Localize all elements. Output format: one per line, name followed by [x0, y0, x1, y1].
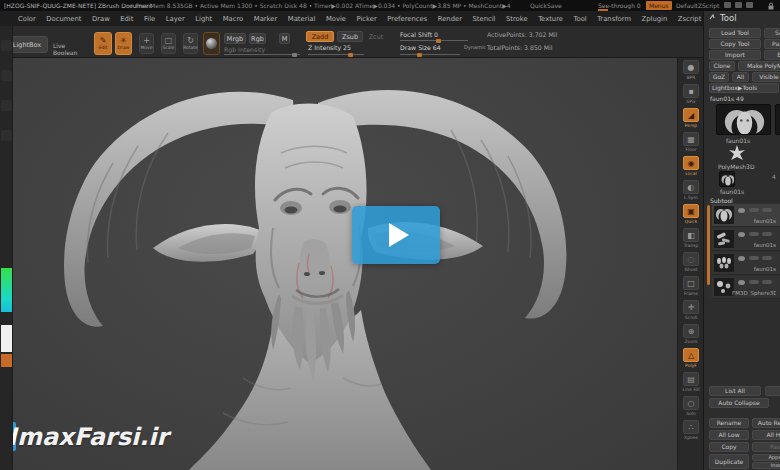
- visibility-eye-icon[interactable]: [738, 232, 745, 237]
- copy-button[interactable]: Copy: [709, 442, 749, 452]
- menu-zplugin[interactable]: Zplugin: [642, 15, 668, 23]
- subtool-toggle-pill[interactable]: [749, 208, 759, 212]
- polyframe-button[interactable]: △PolyF: [680, 348, 702, 370]
- video-play-button[interactable]: [352, 206, 440, 264]
- lightbox-tools-button[interactable]: Lightbox▶Tools: [709, 83, 779, 93]
- edit-mode-button[interactable]: ✎ Edit: [94, 32, 112, 55]
- copy-tool-button[interactable]: Copy Tool: [709, 39, 761, 49]
- menu-layer[interactable]: Layer: [166, 15, 185, 23]
- focal-shift-knob[interactable]: [436, 39, 441, 43]
- subtool-toggle-pill[interactable]: [762, 256, 772, 260]
- subtool-scrollbar[interactable]: [707, 205, 710, 285]
- tool-palette-header[interactable]: Tool: [709, 13, 737, 23]
- zadd-button[interactable]: Zadd: [306, 31, 334, 42]
- draw-size-slider[interactable]: Draw Size 64: [400, 44, 441, 51]
- menu-stroke[interactable]: Stroke: [506, 15, 528, 23]
- save-as-button[interactable]: Save As: [764, 28, 780, 38]
- menu-tool[interactable]: Tool: [574, 15, 587, 23]
- material-orb-button[interactable]: [203, 32, 220, 55]
- z-intensity-slider[interactable]: Z Intensity 25: [308, 44, 351, 51]
- adjacent-tool-thumbnail[interactable]: [775, 104, 780, 135]
- move-mode-button[interactable]: + Move: [139, 33, 154, 54]
- subtool-toggle-pill[interactable]: [749, 280, 759, 284]
- frame-button[interactable]: □Frame: [680, 276, 702, 298]
- document-canvas[interactable]: d maxFarsi.ir: [13, 58, 677, 470]
- scroll-button[interactable]: ✛Scroll: [680, 300, 702, 322]
- append-button[interactable]: Append: [752, 454, 780, 461]
- draw-size-track[interactable]: [400, 54, 460, 55]
- menu-edit[interactable]: Edit: [120, 15, 133, 23]
- m-button[interactable]: M: [279, 33, 290, 44]
- scale-mode-button[interactable]: □ Scale: [161, 33, 176, 54]
- subtool-toggle-pill[interactable]: [749, 232, 759, 236]
- quick-button[interactable]: ▣Quick: [680, 204, 702, 226]
- menu-movie[interactable]: Movie: [326, 15, 346, 23]
- panel-icon[interactable]: [746, 2, 753, 8]
- spix-button[interactable]: ▪SPix: [680, 84, 702, 106]
- polymesh3d-label[interactable]: PolyMesh3D: [718, 163, 755, 170]
- transp-button[interactable]: ◧Transp: [680, 228, 702, 250]
- make-polymesh3d-button[interactable]: Make PolyMesh3D: [738, 61, 780, 71]
- subtool-toggle-pill[interactable]: [762, 208, 772, 212]
- draw-size-knob[interactable]: [417, 53, 422, 57]
- secondary-color-swatch[interactable]: [1, 354, 12, 367]
- visibility-eye-icon[interactable]: [738, 280, 745, 285]
- visibility-eye-icon[interactable]: [738, 256, 745, 261]
- goz-button[interactable]: GoZ: [709, 72, 729, 82]
- lsym-button[interactable]: ◐L.Sym: [680, 180, 702, 202]
- rename-button[interactable]: Rename: [709, 418, 749, 428]
- paste-button[interactable]: Paste: [752, 442, 780, 452]
- rgb-intensity-slider[interactable]: Rgb Intensity: [224, 46, 265, 53]
- menu-material[interactable]: Material: [288, 15, 316, 23]
- mrgb-button[interactable]: Mrgb: [224, 33, 246, 44]
- auto-collapse-button[interactable]: Auto Collapse: [709, 398, 769, 408]
- menu-file[interactable]: File: [144, 15, 155, 23]
- lock-icon[interactable]: [767, 2, 775, 10]
- menu-macro[interactable]: Macro: [223, 15, 244, 23]
- subtool-item-spheres[interactable]: FM3D_Sphere3D: [712, 276, 780, 299]
- color-picker-gradient[interactable]: [1, 268, 12, 312]
- list-all-adjacent-button[interactable]: [765, 386, 780, 396]
- export-button[interactable]: Export: [764, 50, 780, 60]
- rgb-intensity-track[interactable]: [224, 54, 300, 55]
- menu-draw[interactable]: Draw: [92, 15, 110, 23]
- floor-button[interactable]: ▦Floor: [680, 132, 702, 154]
- subtool-toggle-pill[interactable]: [762, 232, 772, 236]
- z-intensity-track[interactable]: [308, 54, 364, 55]
- visibility-eye-icon[interactable]: [738, 208, 745, 213]
- import-button[interactable]: Import: [709, 50, 761, 60]
- line-fill-button[interactable]: ▤Line Fill: [680, 372, 702, 394]
- goz-visible-button[interactable]: Visible: [752, 72, 780, 82]
- menu-document[interactable]: Document: [46, 15, 81, 23]
- active-tool-thumbnail[interactable]: [716, 104, 771, 135]
- bpr-button[interactable]: ●BPR: [680, 60, 702, 82]
- menu-color[interactable]: Color: [18, 15, 36, 23]
- local-button[interactable]: ◉Local: [680, 156, 702, 178]
- rotate-mode-button[interactable]: ↻ Rotate: [183, 33, 198, 54]
- z-intensity-knob[interactable]: [348, 53, 353, 57]
- menu-zscript[interactable]: Zscript: [678, 15, 702, 23]
- menu-marker[interactable]: Marker: [254, 15, 278, 23]
- alpha-icon[interactable]: [1, 100, 12, 111]
- main-color-swatch[interactable]: [1, 325, 12, 352]
- globe-icon[interactable]: [735, 2, 742, 8]
- hand-icon[interactable]: [724, 2, 731, 8]
- zoom-button[interactable]: ⊕Zoom: [680, 324, 702, 346]
- menu-preferences[interactable]: Preferences: [387, 15, 427, 23]
- subtool-toggle-pill[interactable]: [749, 256, 759, 260]
- persp-button[interactable]: ◢Persp: [680, 108, 702, 130]
- subtool-item-horns[interactable]: faun01s: [712, 228, 780, 251]
- load-tool-button[interactable]: Load Tool: [709, 28, 761, 38]
- brush-icon[interactable]: [1, 40, 12, 51]
- quicksave-button[interactable]: QuickSave: [530, 0, 562, 11]
- focal-shift-track[interactable]: [400, 40, 468, 41]
- menus-button[interactable]: Menus: [646, 1, 672, 10]
- zsub-button[interactable]: Zsub: [337, 31, 363, 42]
- texture-icon[interactable]: [1, 130, 12, 141]
- ghost-button[interactable]: ◌Ghost: [680, 252, 702, 274]
- subtool-toggle-pill[interactable]: [762, 280, 772, 284]
- goz-all-button[interactable]: All: [732, 72, 749, 82]
- xpose-button[interactable]: ∴Xpose: [680, 420, 702, 442]
- all-high-button[interactable]: All High: [752, 430, 780, 440]
- menu-render[interactable]: Render: [438, 15, 462, 23]
